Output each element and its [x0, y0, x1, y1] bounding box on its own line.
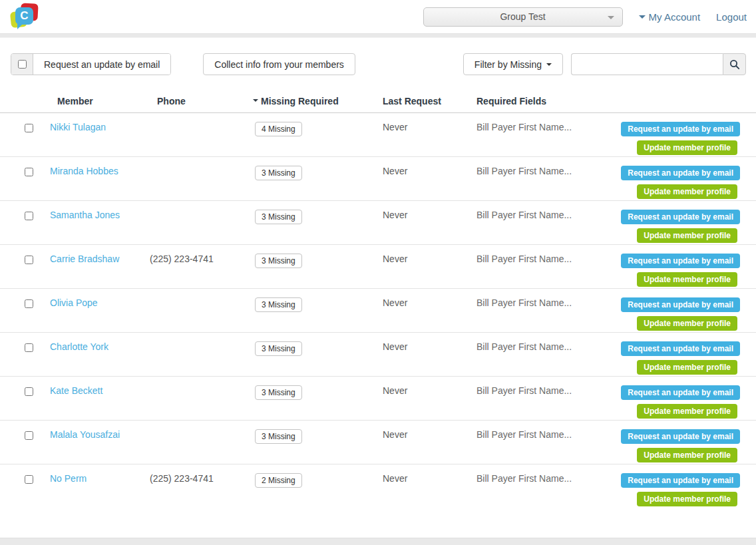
member-name-link[interactable]: No Perm	[50, 473, 87, 484]
column-header-missing-required[interactable]: Missing Required	[253, 96, 383, 106]
request-update-button[interactable]: Request an update by email	[621, 385, 740, 400]
update-profile-button[interactable]: Update member profile	[637, 448, 737, 462]
row-actions-cell: Request an update by email Update member…	[593, 210, 756, 243]
request-update-button[interactable]: Request an update by email	[621, 122, 740, 136]
phone-cell: (225) 223-4741	[150, 473, 253, 484]
required-fields-value: Bill Payer First Name...	[476, 122, 572, 132]
column-header-member[interactable]: Member	[50, 96, 150, 106]
member-name-link[interactable]: Samantha Jones	[50, 210, 120, 220]
last-request-cell: Never	[383, 254, 476, 264]
missing-count-badge: 3 Missing	[255, 297, 302, 312]
search-group	[571, 53, 746, 75]
member-row-checkbox[interactable]	[25, 212, 33, 220]
update-profile-button[interactable]: Update member profile	[637, 184, 737, 199]
member-cell: Olivia Pope	[50, 297, 150, 308]
request-update-button[interactable]: Request an update by email	[621, 210, 740, 224]
missing-cell: 3 Missing	[253, 429, 383, 444]
member-name-link[interactable]: Malala Yousafzai	[50, 429, 120, 440]
member-row-checkbox[interactable]	[25, 431, 33, 440]
logout-label: Logout	[716, 11, 747, 23]
member-cell: Kate Beckett	[50, 385, 150, 396]
member-row-checkbox[interactable]	[25, 343, 33, 352]
column-header-required-fields-label: Required Fields	[476, 96, 546, 106]
required-fields-cell: Bill Payer First Name...	[476, 122, 593, 132]
required-fields-value: Bill Payer First Name...	[476, 297, 572, 308]
member-name-link[interactable]: Carrie Bradshaw	[50, 254, 119, 264]
collect-info-button[interactable]: Collect info from your members	[203, 53, 355, 75]
member-phone: (225) 223-4741	[150, 473, 214, 484]
column-header-required-fields[interactable]: Required Fields	[476, 96, 593, 106]
column-header-missing-label: Missing Required	[261, 96, 339, 106]
member-row-checkbox[interactable]	[25, 299, 33, 308]
footer-divider	[0, 538, 756, 545]
member-row-checkbox[interactable]	[25, 475, 33, 484]
last-request-cell: Never	[383, 341, 476, 352]
row-checkbox-cell	[0, 341, 50, 354]
my-account-link[interactable]: My Account	[639, 11, 701, 23]
update-profile-button[interactable]: Update member profile	[637, 360, 737, 375]
member-row-checkbox[interactable]	[25, 387, 33, 396]
group-selector[interactable]: Group Test	[423, 7, 623, 27]
member-name-link[interactable]: Kate Beckett	[50, 385, 102, 396]
request-update-button[interactable]: Request an update by email	[621, 166, 740, 180]
member-cell: Carrie Bradshaw	[50, 254, 150, 264]
chevron-down-icon	[608, 16, 614, 23]
member-name-link[interactable]: Charlotte York	[50, 341, 108, 352]
bulk-request-group: Request an update by email	[11, 53, 171, 75]
app-logo[interactable]: C	[11, 3, 43, 32]
last-request-value: Never	[383, 210, 407, 220]
required-fields-value: Bill Payer First Name...	[476, 254, 572, 264]
member-row-checkbox[interactable]	[25, 124, 33, 132]
toolbar: Request an update by email Collect info …	[11, 53, 746, 75]
request-update-button[interactable]: Request an update by email	[621, 473, 740, 488]
member-row: Miranda Hobbes 3 Missing Never Bill Paye…	[0, 157, 756, 201]
member-name-link[interactable]: Miranda Hobbes	[50, 166, 118, 176]
caret-down-icon	[546, 63, 552, 69]
required-fields-value: Bill Payer First Name...	[476, 166, 572, 176]
member-name-link[interactable]: Nikki Tulagan	[50, 122, 106, 132]
request-update-bulk-button[interactable]: Request an update by email	[33, 54, 170, 75]
last-request-cell: Never	[383, 473, 476, 484]
member-row: Nikki Tulagan 4 Missing Never Bill Payer…	[0, 113, 756, 157]
column-header-last-request[interactable]: Last Request	[383, 96, 476, 106]
row-checkbox-cell	[0, 297, 50, 310]
search-icon	[729, 59, 740, 70]
row-checkbox-cell	[0, 166, 50, 178]
missing-cell: 3 Missing	[253, 341, 383, 356]
update-profile-button[interactable]: Update member profile	[637, 316, 737, 331]
member-cell: Malala Yousafzai	[50, 429, 150, 440]
search-button[interactable]	[723, 53, 746, 75]
missing-count-badge: 3 Missing	[255, 254, 302, 268]
logout-link[interactable]: Logout	[716, 11, 747, 23]
row-checkbox-cell	[0, 210, 50, 222]
member-row-checkbox[interactable]	[25, 168, 33, 176]
update-profile-button[interactable]: Update member profile	[637, 492, 737, 506]
missing-count-badge: 3 Missing	[255, 210, 302, 224]
request-update-button[interactable]: Request an update by email	[621, 341, 740, 356]
update-profile-button[interactable]: Update member profile	[637, 228, 737, 243]
update-profile-button[interactable]: Update member profile	[637, 404, 737, 419]
search-input[interactable]	[571, 53, 723, 75]
member-name-link[interactable]: Olivia Pope	[50, 297, 98, 308]
column-header-last-request-label: Last Request	[383, 96, 441, 106]
filter-label: Filter by Missing	[474, 59, 542, 70]
update-profile-button[interactable]: Update member profile	[637, 272, 737, 287]
row-checkbox-cell	[0, 385, 50, 398]
member-row: Olivia Pope 3 Missing Never Bill Payer F…	[0, 289, 756, 333]
column-header-phone[interactable]: Phone	[150, 96, 253, 106]
member-row: Samantha Jones 3 Missing Never Bill Paye…	[0, 201, 756, 245]
last-request-cell: Never	[383, 297, 476, 308]
request-update-button[interactable]: Request an update by email	[621, 297, 740, 312]
logo-speech-bubble-icon: C	[15, 7, 33, 25]
missing-cell: 2 Missing	[253, 473, 383, 488]
member-row: Malala Yousafzai 3 Missing Never Bill Pa…	[0, 421, 756, 464]
request-update-button[interactable]: Request an update by email	[621, 429, 740, 444]
select-all-checkbox[interactable]	[18, 60, 27, 69]
missing-cell: 3 Missing	[253, 210, 383, 224]
update-profile-button[interactable]: Update member profile	[637, 140, 737, 155]
request-update-button[interactable]: Request an update by email	[621, 254, 740, 268]
row-checkbox-cell	[0, 429, 50, 442]
member-row-checkbox[interactable]	[25, 256, 33, 264]
last-request-value: Never	[383, 166, 407, 176]
filter-by-missing-dropdown[interactable]: Filter by Missing	[463, 53, 563, 75]
